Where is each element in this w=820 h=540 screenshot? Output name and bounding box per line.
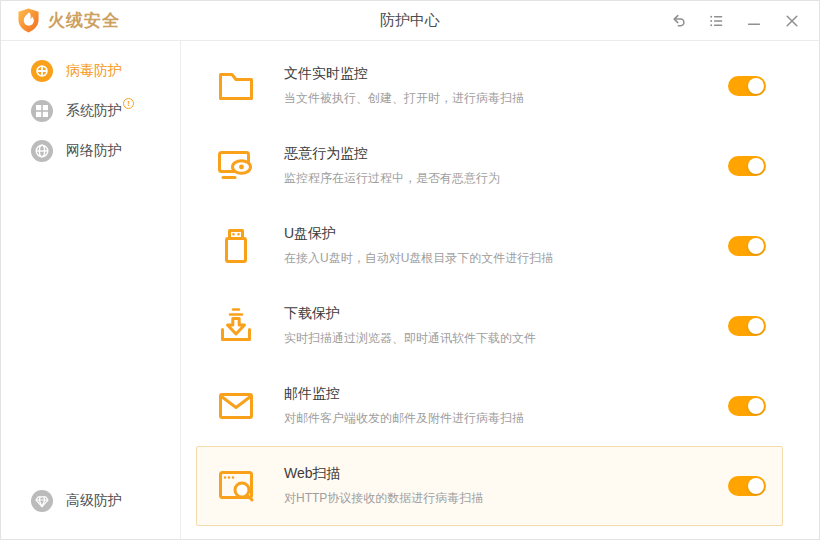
protection-row-download-protection[interactable]: 下载保护 实时扫描通过浏览器、即时通讯软件下载的文件 xyxy=(196,286,783,366)
protection-text: 文件实时监控 当文件被执行、创建、打开时，进行病毒扫描 xyxy=(284,65,524,107)
sidebar-item-network-protection[interactable]: 网络防护 xyxy=(1,131,180,171)
protection-desc: 对邮件客户端收发的邮件及附件进行病毒扫描 xyxy=(284,410,524,427)
system-protection-icon xyxy=(31,100,53,122)
protection-list: 文件实时监控 当文件被执行、创建、打开时，进行病毒扫描 恶意行为监控 监 xyxy=(181,41,819,539)
sidebar-item-system-protection[interactable]: 系统防护! xyxy=(1,91,180,131)
titlebar: 火绒安全 防护中心 xyxy=(1,1,819,41)
protection-row-web-scan[interactable]: Web扫描 对HTTP协议接收的数据进行病毒扫描 xyxy=(196,446,783,526)
toggle-knob xyxy=(748,158,764,174)
protection-text: 邮件监控 对邮件客户端收发的邮件及附件进行病毒扫描 xyxy=(284,385,524,427)
download-icon xyxy=(216,306,256,346)
protection-title: 文件实时监控 xyxy=(284,65,524,83)
close-icon[interactable] xyxy=(783,12,801,30)
toggle-knob xyxy=(748,318,764,334)
web-scan-icon xyxy=(216,466,256,506)
sidebar-item-label: 高级防护 xyxy=(66,492,122,510)
sidebar-item-advanced-protection[interactable]: 高级防护 xyxy=(1,481,180,521)
protection-desc: 在接入U盘时，自动对U盘根目录下的文件进行扫描 xyxy=(284,250,553,267)
alert-badge: ! xyxy=(123,98,134,109)
sidebar-item-label: 系统防护! xyxy=(66,102,134,120)
list-menu-icon[interactable] xyxy=(707,12,725,30)
protection-row-malicious-behavior-monitor[interactable]: 恶意行为监控 监控程序在运行过程中，是否有恶意行为 xyxy=(196,126,783,206)
protection-text: U盘保护 在接入U盘时，自动对U盘根目录下的文件进行扫描 xyxy=(284,225,553,267)
protection-text: Web扫描 对HTTP协议接收的数据进行病毒扫描 xyxy=(284,465,483,507)
virus-protection-icon xyxy=(31,60,53,82)
protection-desc: 对HTTP协议接收的数据进行病毒扫描 xyxy=(284,490,483,507)
folder-icon xyxy=(216,66,256,106)
protection-title: 恶意行为监控 xyxy=(284,145,500,163)
toggle-switch-malicious-behavior-monitor[interactable] xyxy=(728,156,766,176)
toggle-switch-file-realtime-monitor[interactable] xyxy=(728,76,766,96)
advanced-protection-icon xyxy=(31,490,53,512)
toggle-knob xyxy=(748,78,764,94)
sidebar-item-virus-protection[interactable]: 病毒防护 xyxy=(1,51,180,91)
monitor-eye-icon xyxy=(216,146,256,186)
protection-title: Web扫描 xyxy=(284,465,483,483)
toggle-switch-web-scan[interactable] xyxy=(728,476,766,496)
sidebar-item-label: 网络防护 xyxy=(66,142,122,160)
protection-title: 邮件监控 xyxy=(284,385,524,403)
protection-desc: 监控程序在运行过程中，是否有恶意行为 xyxy=(284,170,500,187)
network-protection-icon xyxy=(31,140,53,162)
usb-drive-icon xyxy=(216,226,256,266)
protection-desc: 实时扫描通过浏览器、即时通讯软件下载的文件 xyxy=(284,330,536,347)
toggle-switch-usb-protection[interactable] xyxy=(728,236,766,256)
window-controls xyxy=(669,12,801,30)
app-window: 火绒安全 防护中心 xyxy=(0,0,820,540)
minimize-icon[interactable] xyxy=(745,12,763,30)
toggle-knob xyxy=(748,478,764,494)
back-arrow-icon[interactable] xyxy=(669,12,687,30)
mail-icon xyxy=(216,386,256,426)
toggle-knob xyxy=(748,398,764,414)
toggle-knob xyxy=(748,238,764,254)
huorong-shield-logo-icon xyxy=(17,8,40,33)
app-body: 病毒防护 系统防护! xyxy=(1,41,819,539)
sidebar-item-label: 病毒防护 xyxy=(66,62,122,80)
brand: 火绒安全 xyxy=(17,8,120,33)
toggle-switch-download-protection[interactable] xyxy=(728,316,766,336)
brand-name: 火绒安全 xyxy=(48,9,120,32)
sidebar: 病毒防护 系统防护! xyxy=(1,41,181,539)
toggle-switch-mail-monitor[interactable] xyxy=(728,396,766,416)
protection-title: 下载保护 xyxy=(284,305,536,323)
protection-row-mail-monitor[interactable]: 邮件监控 对邮件客户端收发的邮件及附件进行病毒扫描 xyxy=(196,366,783,446)
protection-desc: 当文件被执行、创建、打开时，进行病毒扫描 xyxy=(284,90,524,107)
protection-row-file-realtime-monitor[interactable]: 文件实时监控 当文件被执行、创建、打开时，进行病毒扫描 xyxy=(196,46,783,126)
protection-text: 下载保护 实时扫描通过浏览器、即时通讯软件下载的文件 xyxy=(284,305,536,347)
protection-row-usb-protection[interactable]: U盘保护 在接入U盘时，自动对U盘根目录下的文件进行扫描 xyxy=(196,206,783,286)
protection-title: U盘保护 xyxy=(284,225,553,243)
protection-text: 恶意行为监控 监控程序在运行过程中，是否有恶意行为 xyxy=(284,145,500,187)
